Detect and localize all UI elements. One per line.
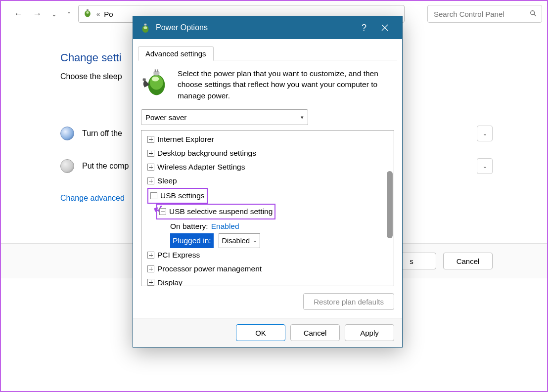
collapse-icon[interactable] (150, 192, 157, 199)
plugged-in-label: Plugged in: (170, 233, 214, 248)
nav-back-icon[interactable]: ← (11, 9, 26, 19)
breadcrumb-item[interactable]: Po (104, 10, 113, 18)
svg-rect-1 (87, 9, 88, 11)
sleep-moon-icon (60, 159, 74, 173)
plugged-in-value-select[interactable]: Disabled ⌄ (219, 233, 260, 248)
svg-rect-6 (144, 24, 147, 26)
restore-defaults-button[interactable]: Restore plan defaults (303, 293, 394, 310)
tab-advanced-settings[interactable]: Advanced settings (138, 46, 214, 61)
dialog-title: Power Options (156, 23, 354, 32)
expand-icon[interactable] (147, 252, 154, 259)
turn-off-display-label: Turn off the (82, 129, 122, 138)
ok-button[interactable]: OK (236, 324, 285, 341)
search-input[interactable] (427, 5, 542, 23)
tree-node-pci-express[interactable]: PCI Express (142, 248, 393, 262)
nav-forward-icon[interactable]: → (30, 9, 45, 19)
tree-node-usb-settings[interactable]: USB settings (142, 188, 393, 204)
collapse-icon[interactable] (159, 208, 166, 215)
battery-plug-icon (141, 68, 170, 97)
expand-icon[interactable] (147, 265, 154, 272)
tree-node-processor-power[interactable]: Processor power management (142, 262, 393, 276)
display-timer-icon (60, 127, 74, 140)
tree-value-plugged-in[interactable]: Plugged in: Disabled ⌄ (142, 233, 393, 248)
settings-tree: Internet Explorer Desktop background set… (141, 130, 394, 286)
svg-rect-14 (155, 69, 156, 72)
dialog-description: Select the power plan that you want to c… (178, 68, 394, 101)
tree-node-display[interactable]: Display (142, 276, 393, 287)
svg-point-12 (152, 77, 159, 82)
tree-node-usb-selective-suspend[interactable]: USB selective suspend setting (142, 204, 393, 219)
cancel-button[interactable]: Cancel (290, 324, 340, 341)
search-field[interactable] (433, 9, 517, 19)
chevron-down-icon: ⌄ (253, 236, 257, 245)
on-battery-value[interactable]: Enabled (211, 219, 239, 233)
svg-rect-15 (157, 69, 158, 72)
svg-rect-13 (153, 71, 159, 75)
svg-line-4 (534, 14, 536, 16)
apply-button[interactable]: Apply (345, 324, 394, 341)
scrollbar-thumb[interactable] (387, 171, 393, 238)
tree-node-desktop-background[interactable]: Desktop background settings (142, 146, 393, 160)
highlight-usb-suspend: USB selective suspend setting (156, 204, 275, 219)
svg-point-2 (87, 11, 89, 14)
battery-icon (140, 22, 151, 33)
expand-icon[interactable] (147, 136, 154, 143)
tree-node-internet-explorer[interactable]: Internet Explorer (142, 132, 393, 146)
expand-icon[interactable] (147, 279, 154, 286)
power-options-dialog: Power Options ? Advanced settings (133, 16, 403, 348)
close-button[interactable] (374, 16, 395, 39)
tree-node-sleep[interactable]: Sleep (142, 174, 393, 188)
help-button[interactable]: ? (354, 16, 374, 39)
tree-node-wireless-adapter[interactable]: Wireless Adapter Settings (142, 160, 393, 174)
cancel-button[interactable]: Cancel (443, 253, 493, 269)
expand-icon[interactable] (147, 177, 154, 184)
svg-point-3 (531, 10, 535, 14)
expand-icon[interactable] (147, 150, 154, 157)
scrollbar-track[interactable] (386, 131, 394, 286)
expand-icon[interactable] (147, 164, 154, 171)
dropdown-chevron-icon[interactable]: ⌄ (477, 158, 493, 174)
tree-value-on-battery[interactable]: On battery: Enabled (142, 219, 393, 233)
dropdown-chevron-icon[interactable]: ⌄ (477, 126, 493, 141)
nav-recent-icon[interactable]: ⌄ (48, 10, 60, 18)
power-plan-select[interactable]: Power saver ▾ (141, 109, 308, 125)
chevron-down-icon: ▾ (301, 114, 304, 121)
svg-rect-16 (143, 79, 146, 81)
breadcrumb-separator: « (96, 10, 100, 18)
dialog-titlebar[interactable]: Power Options ? (133, 16, 402, 39)
nav-up-icon[interactable]: ↑ (64, 9, 74, 19)
power-plan-value: Power saver (145, 113, 186, 122)
svg-point-7 (143, 26, 147, 29)
search-icon (530, 10, 537, 18)
sleep-label: Put the comp (82, 162, 129, 171)
power-icon (83, 8, 92, 20)
